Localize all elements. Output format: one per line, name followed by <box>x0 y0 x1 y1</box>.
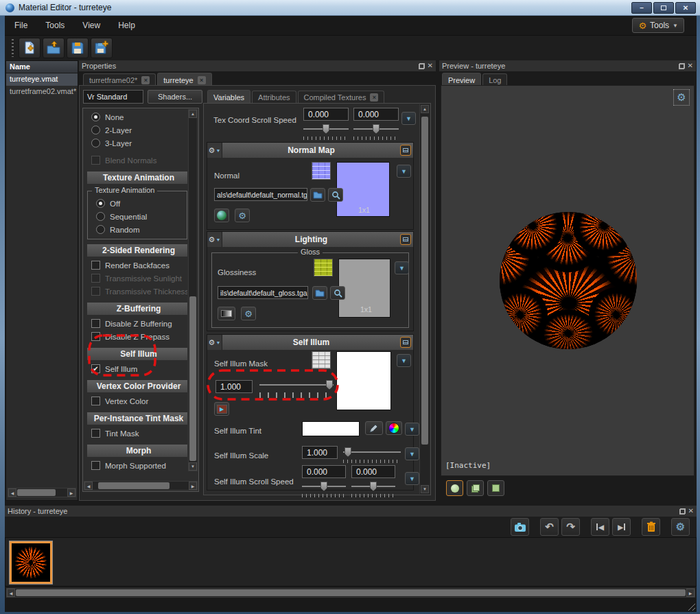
scroll-left-button[interactable]: ◀ <box>7 589 15 597</box>
collapse-section-button[interactable] <box>400 337 411 348</box>
undo-button[interactable]: ↶ <box>540 518 559 536</box>
close-dock-icon[interactable]: ✕ <box>428 62 433 69</box>
eyedropper-button[interactable] <box>365 421 383 435</box>
list-item-turretframe02[interactable]: turretframe02.vmat* <box>6 86 78 98</box>
float-dock-icon[interactable] <box>679 508 686 515</box>
tex-coord-x-slider[interactable] <box>303 124 349 140</box>
history-entry-selected[interactable] <box>9 541 53 585</box>
tab-variables[interactable]: Variables <box>207 90 250 104</box>
scale-options-button[interactable]: ▼ <box>405 447 419 460</box>
radio-sequential[interactable] <box>96 212 105 221</box>
scroll-x-slider[interactable] <box>302 482 346 497</box>
section-gear-icon[interactable]: ⚙▼ <box>207 232 222 247</box>
gloss-path-field[interactable]: ils\default\default_gloss.tga <box>218 286 308 299</box>
browse-texture-button[interactable] <box>312 286 327 300</box>
shaders-button[interactable]: Shaders... <box>148 90 202 104</box>
checkbox-row-render-backfaces[interactable]: Render Backfaces <box>83 259 187 272</box>
tab-compiled-textures[interactable]: Compiled Textures × <box>298 91 385 104</box>
tint-options-button[interactable]: ▼ <box>405 423 419 436</box>
scroll-thumb[interactable] <box>189 296 196 461</box>
radio-off[interactable] <box>96 199 105 208</box>
scroll-options-button[interactable]: ▼ <box>405 472 419 485</box>
tex-coord-y-slider[interactable] <box>353 124 399 140</box>
radio-random[interactable] <box>96 225 105 234</box>
inspect-texture-button[interactable] <box>330 286 345 300</box>
tab-preview[interactable]: Preview <box>442 73 481 86</box>
history-hscrollbar[interactable]: ◀ ▶ <box>6 588 695 598</box>
gloss-texture-thumbnail[interactable] <box>314 259 333 276</box>
go-to-end-button[interactable]: ▶ <box>612 518 631 536</box>
close-dock-icon[interactable]: ✕ <box>688 508 694 515</box>
preview-settings-button[interactable]: ⚙ <box>673 89 690 106</box>
scroll-y-slider[interactable] <box>351 482 395 497</box>
scroll-thumb[interactable] <box>17 489 56 496</box>
redo-button[interactable]: ↷ <box>561 518 580 536</box>
scale-slider[interactable] <box>343 447 401 463</box>
tab-close-icon[interactable]: × <box>370 93 378 102</box>
collapse-section-button[interactable] <box>400 234 411 245</box>
gloss-gradient-button[interactable] <box>218 307 235 320</box>
properties-dock-titlebar[interactable]: Properties ✕ <box>79 60 436 71</box>
scroll-thumb[interactable] <box>421 117 428 445</box>
scroll-down-button[interactable]: ▼ <box>189 462 197 471</box>
checkbox-row-self-illum[interactable]: ✔ Self Illum <box>83 362 187 375</box>
section-gear-icon[interactable]: ⚙▼ <box>207 143 222 158</box>
material-preview-sphere[interactable] <box>500 212 637 349</box>
scroll-right-button[interactable]: ▶ <box>686 589 695 597</box>
scroll-y-field[interactable]: 0.000 <box>351 465 395 478</box>
new-material-button[interactable] <box>19 38 40 58</box>
mask-texture-preview[interactable] <box>336 351 391 410</box>
radio-row-3layer[interactable]: 3-Layer <box>83 137 187 150</box>
toolbar-grip[interactable] <box>12 39 14 57</box>
browse-texture-button[interactable] <box>310 188 325 202</box>
inspect-texture-button[interactable] <box>328 188 343 202</box>
history-settings-button[interactable]: ⚙ <box>671 518 690 536</box>
checkbox-row-disable-zprepass[interactable]: Disable Z Prepass <box>83 330 187 343</box>
normal-path-field[interactable]: als\default\default_normal.tga <box>214 188 307 201</box>
save-material-button[interactable] <box>67 38 89 58</box>
mask-view-button[interactable]: ▶ <box>214 402 229 416</box>
snapshot-button[interactable] <box>511 518 529 536</box>
self-illum-header[interactable]: ⚙▼ Self Illum <box>207 335 413 350</box>
checkbox-disable-zprepass[interactable] <box>91 332 100 341</box>
preview-dock-titlebar[interactable]: Preview - turreteye ✕ <box>439 60 696 71</box>
preview-viewport[interactable]: ⚙ [Inactive] <box>441 85 695 476</box>
mask-slider[interactable] <box>259 380 334 398</box>
delete-history-button[interactable] <box>642 518 660 536</box>
close-dock-icon[interactable]: ✕ <box>688 62 693 69</box>
preview-sphere-button[interactable] <box>446 480 463 496</box>
checkbox-row-disable-zbuffering[interactable]: Disable Z Buffering <box>83 317 187 330</box>
normal-options-button[interactable]: ▼ <box>397 165 411 178</box>
gloss-settings-button[interactable]: ⚙ <box>241 307 256 320</box>
scroll-thumb[interactable] <box>16 589 686 596</box>
gloss-options-button[interactable]: ▼ <box>395 261 409 274</box>
scroll-up-button[interactable]: ▲ <box>421 105 429 113</box>
checkbox-tint-mask[interactable] <box>91 429 100 438</box>
radio-row-sequential[interactable]: Sequential <box>88 210 187 223</box>
lighting-header[interactable]: ⚙▼ Lighting <box>207 232 413 247</box>
mask-texture-thumbnail[interactable] <box>312 351 331 369</box>
save-material-as-button[interactable] <box>91 38 113 58</box>
scroll-left-button[interactable]: ◀ <box>8 488 16 497</box>
checkbox-row-tint-mask[interactable]: Tint Mask <box>83 427 187 440</box>
variables-vscrollbar[interactable]: ▲ ▼ <box>419 104 430 494</box>
checkbox-row-morph-supported[interactable]: Morph Supported <box>83 459 187 472</box>
scroll-x-field[interactable]: 0.000 <box>302 465 346 478</box>
checkbox-self-illum[interactable]: ✔ <box>91 364 100 373</box>
radio-3layer[interactable] <box>91 139 100 147</box>
menu-view[interactable]: View <box>82 21 100 30</box>
preview-plane-button[interactable] <box>487 480 504 496</box>
menu-file[interactable]: File <box>14 21 27 30</box>
scale-value-field[interactable]: 1.000 <box>302 446 338 459</box>
normal-view-button[interactable] <box>214 209 229 222</box>
params-hscrollbar[interactable]: ◀ ▶ <box>84 481 198 491</box>
checkbox-render-backfaces[interactable] <box>91 261 100 270</box>
window-titlebar[interactable]: Material Editor - turreteye – ✕ <box>0 0 700 16</box>
tex-coord-options-button[interactable]: ▼ <box>401 112 416 125</box>
tint-color-swatch[interactable] <box>302 421 360 436</box>
float-dock-icon[interactable] <box>419 63 425 69</box>
radio-row-off[interactable]: Off <box>88 197 187 210</box>
history-dock-titlebar[interactable]: History - turreteye ✕ <box>5 506 697 517</box>
tab-close-icon[interactable]: × <box>141 76 150 84</box>
radio-none[interactable] <box>91 113 100 121</box>
